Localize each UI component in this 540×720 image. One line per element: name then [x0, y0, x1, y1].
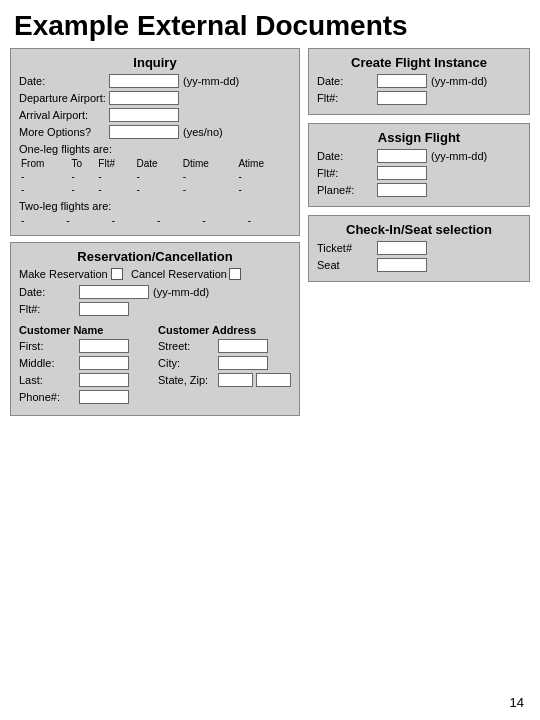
inquiry-date-input[interactable]: [109, 74, 179, 88]
one-leg-table: From To Flt# Date Dtime Atime - - - - -: [19, 157, 291, 196]
street-input[interactable]: [218, 339, 268, 353]
zip-input[interactable]: [256, 373, 291, 387]
customer-name-title: Customer Name: [19, 324, 150, 336]
more-options-input[interactable]: [109, 125, 179, 139]
reservation-flt-label: Flt#:: [19, 303, 79, 315]
assign-flt-label: Flt#:: [317, 167, 377, 179]
first-input[interactable]: [79, 339, 129, 353]
make-reservation-checkbox[interactable]: [111, 268, 123, 280]
reservation-date-label: Date:: [19, 286, 79, 298]
ticket-input[interactable]: [377, 241, 427, 255]
col-from: From: [19, 157, 69, 170]
table-row: - - - - - -: [19, 170, 291, 183]
checkin-title: Check-In/Seat selection: [317, 222, 521, 237]
col-flt: Flt#: [96, 157, 134, 170]
table-row: - - - - - -: [19, 214, 291, 227]
two-leg-table: - - - - - -: [19, 214, 291, 227]
last-input[interactable]: [79, 373, 129, 387]
make-reservation-label: Make Reservation: [19, 268, 109, 280]
create-flight-title: Create Flight Instance: [317, 55, 521, 70]
phone-label: Phone#:: [19, 391, 79, 403]
two-leg-label: Two-leg flights are:: [19, 200, 291, 212]
arrival-input[interactable]: [109, 108, 179, 122]
last-label: Last:: [19, 374, 79, 386]
create-flight-date-hint: (yy-mm-dd): [431, 75, 487, 87]
checkin-panel: Check-In/Seat selection Ticket# Seat: [308, 215, 530, 282]
assign-flt-input[interactable]: [377, 166, 427, 180]
more-options-label: More Options?: [19, 126, 109, 138]
first-label: First:: [19, 340, 79, 352]
customer-address-title: Customer Address: [158, 324, 291, 336]
state-input[interactable]: [218, 373, 253, 387]
arrival-label: Arrival Airport:: [19, 109, 109, 121]
ticket-label: Ticket#: [317, 242, 377, 254]
city-input[interactable]: [218, 356, 268, 370]
assign-plane-label: Plane#:: [317, 184, 377, 196]
create-flight-date-label: Date:: [317, 75, 377, 87]
seat-input[interactable]: [377, 258, 427, 272]
assign-flight-panel: Assign Flight Date: (yy-mm-dd) Flt#: Pla…: [308, 123, 530, 207]
state-label: State, Zip:: [158, 374, 218, 386]
assign-flight-title: Assign Flight: [317, 130, 521, 145]
customer-address-col: Customer Address Street: City: State, Zi…: [158, 324, 291, 407]
assign-flight-date-input[interactable]: [377, 149, 427, 163]
page-title: Example External Documents: [0, 0, 540, 48]
departure-label: Departure Airport:: [19, 92, 109, 104]
street-label: Street:: [158, 340, 218, 352]
col-atime: Atime: [236, 157, 291, 170]
city-label: City:: [158, 357, 218, 369]
customer-name-col: Customer Name First: Middle: Last: P: [19, 324, 150, 407]
create-flight-date-input[interactable]: [377, 74, 427, 88]
one-leg-label: One-leg flights are:: [19, 143, 291, 155]
col-to: To: [69, 157, 96, 170]
middle-label: Middle:: [19, 357, 79, 369]
assign-flight-date-hint: (yy-mm-dd): [431, 150, 487, 162]
col-dtime: Dtime: [181, 157, 237, 170]
reservation-flt-input[interactable]: [79, 302, 129, 316]
page-number: 14: [510, 695, 524, 710]
seat-label: Seat: [317, 259, 377, 271]
table-row: - - - - - -: [19, 183, 291, 196]
create-flight-flt-input[interactable]: [377, 91, 427, 105]
inquiry-panel: Inquiry Date: (yy-mm-dd) Departure Airpo…: [10, 48, 300, 236]
reservation-panel: Reservation/Cancellation Make Reservatio…: [10, 242, 300, 416]
create-flight-flt-label: Flt#:: [317, 92, 377, 104]
col-date: Date: [134, 157, 180, 170]
middle-input[interactable]: [79, 356, 129, 370]
inquiry-title: Inquiry: [19, 55, 291, 70]
reservation-date-hint: (yy-mm-dd): [153, 286, 209, 298]
cancel-reservation-label: Cancel Reservation: [131, 268, 227, 280]
inquiry-date-hint: (yy-mm-dd): [183, 75, 239, 87]
cancel-reservation-checkbox[interactable]: [229, 268, 241, 280]
assign-plane-input[interactable]: [377, 183, 427, 197]
create-flight-panel: Create Flight Instance Date: (yy-mm-dd) …: [308, 48, 530, 115]
inquiry-date-label: Date:: [19, 75, 109, 87]
more-options-hint: (yes/no): [183, 126, 223, 138]
reservation-date-input[interactable]: [79, 285, 149, 299]
departure-input[interactable]: [109, 91, 179, 105]
phone-input[interactable]: [79, 390, 129, 404]
reservation-title: Reservation/Cancellation: [19, 249, 291, 264]
assign-flight-date-label: Date:: [317, 150, 377, 162]
